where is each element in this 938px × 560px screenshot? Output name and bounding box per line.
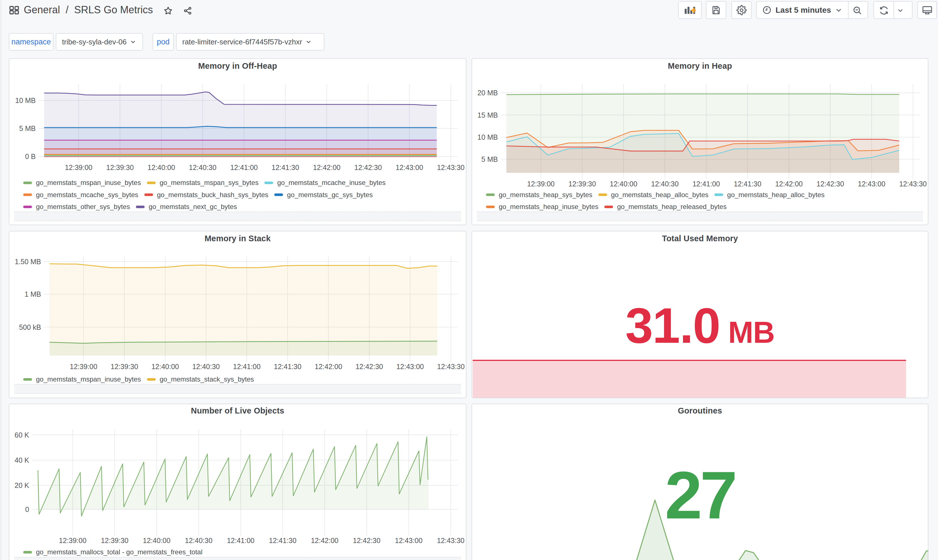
svg-text:12:39:00: 12:39:00 [59,537,86,545]
svg-text:12:40:00: 12:40:00 [610,180,637,188]
svg-text:10 MB: 10 MB [477,133,498,141]
svg-text:12:43:30: 12:43:30 [437,363,464,371]
svg-text:5 MB: 5 MB [481,155,498,163]
svg-text:12:42:30: 12:42:30 [353,537,380,545]
svg-text:12:39:30: 12:39:30 [106,163,134,171]
svg-text:20 K: 20 K [15,482,29,489]
svg-text:12:40:30: 12:40:30 [651,180,679,188]
svg-text:12:41:00: 12:41:00 [227,537,255,545]
svg-text:12:43:00: 12:43:00 [858,180,886,188]
svg-text:12:39:00: 12:39:00 [527,180,554,188]
svg-text:12:42:00: 12:42:00 [311,537,338,545]
svg-text:12:41:00: 12:41:00 [233,363,261,371]
svg-text:12:42:30: 12:42:30 [354,163,382,171]
svg-text:12:43:00: 12:43:00 [396,163,423,171]
svg-text:12:39:00: 12:39:00 [70,363,97,371]
svg-text:12:40:30: 12:40:30 [189,163,216,171]
svg-text:12:41:00: 12:41:00 [692,180,720,188]
svg-text:15 MB: 15 MB [477,111,498,119]
svg-text:12:41:30: 12:41:30 [272,163,299,171]
svg-text:12:42:00: 12:42:00 [315,363,342,371]
svg-text:12:42:30: 12:42:30 [355,363,383,371]
svg-text:12:40:00: 12:40:00 [148,163,175,171]
svg-text:1 MB: 1 MB [25,290,41,298]
svg-text:12:43:30: 12:43:30 [437,537,464,545]
svg-text:12:39:30: 12:39:30 [101,537,128,545]
svg-text:12:43:00: 12:43:00 [395,537,422,545]
svg-text:12:41:30: 12:41:30 [734,180,761,188]
svg-text:12:41:30: 12:41:30 [269,537,296,545]
svg-text:12:40:30: 12:40:30 [192,363,220,371]
svg-text:12:41:00: 12:41:00 [230,163,258,171]
svg-text:10 MB: 10 MB [15,97,35,105]
svg-text:12:41:30: 12:41:30 [274,363,301,371]
svg-text:12:39:00: 12:39:00 [65,163,92,171]
svg-text:0: 0 [25,505,29,513]
svg-text:0 B: 0 B [25,152,35,160]
svg-text:500 kB: 500 kB [19,323,41,331]
svg-text:12:42:00: 12:42:00 [313,163,341,171]
svg-text:40 K: 40 K [15,456,29,464]
svg-text:12:40:00: 12:40:00 [151,363,179,371]
svg-text:12:43:00: 12:43:00 [396,363,424,371]
svg-text:12:43:30: 12:43:30 [437,163,464,171]
svg-text:12:39:30: 12:39:30 [111,363,138,371]
svg-text:12:43:30: 12:43:30 [899,180,927,188]
svg-text:12:42:00: 12:42:00 [775,180,803,188]
svg-text:1.50 MB: 1.50 MB [15,258,41,266]
svg-text:5 MB: 5 MB [19,125,35,132]
svg-text:12:39:30: 12:39:30 [568,180,596,188]
svg-text:12:40:00: 12:40:00 [143,537,170,545]
svg-text:12:40:30: 12:40:30 [185,537,212,545]
svg-text:60 K: 60 K [15,431,29,439]
svg-text:20 MB: 20 MB [477,89,498,97]
svg-text:12:42:30: 12:42:30 [816,180,844,188]
